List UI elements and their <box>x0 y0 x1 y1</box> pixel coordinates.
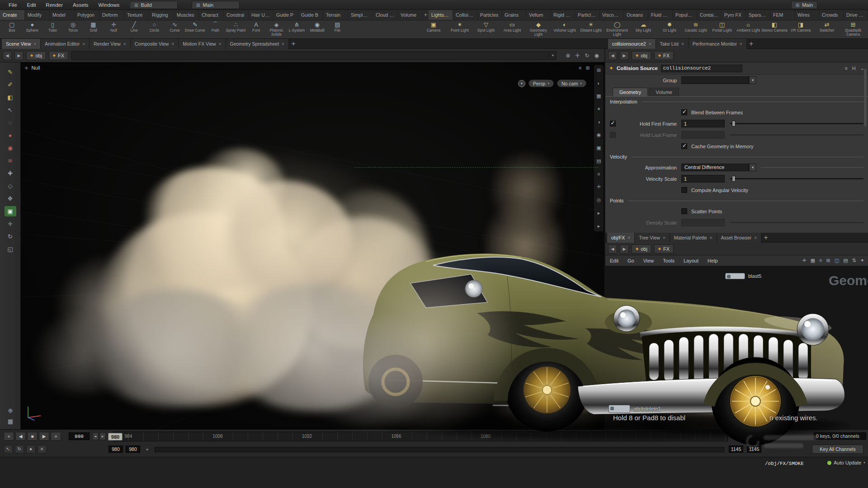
tab-close-icon[interactable]: × <box>740 42 742 47</box>
add-icon[interactable]: ✛ <box>575 52 580 59</box>
shelf-tool[interactable]: ☀ Distant Light <box>578 21 604 38</box>
add-pane-tab-button[interactable]: + <box>289 39 298 48</box>
select-tool-icon[interactable]: ↖ <box>5 105 16 115</box>
add-pane-tab-button[interactable]: + <box>747 39 756 49</box>
shelf-tab[interactable]: Oceans <box>624 10 648 20</box>
houdini-help-badge[interactable]: H <box>852 66 856 71</box>
shelf-tool[interactable]: ◨ VR Camera <box>788 21 814 38</box>
tab-close-icon[interactable]: × <box>710 235 712 240</box>
add-pane-tab-button[interactable]: + <box>761 233 770 242</box>
pose-tool-icon[interactable]: ◇ <box>5 181 16 191</box>
pane-tab[interactable]: Motion FX View × <box>179 39 226 49</box>
shelf-tab[interactable]: Rigid Bodies <box>551 10 575 20</box>
velocity-scale-slider[interactable] <box>730 178 863 179</box>
sort-icon[interactable]: ⇅ <box>852 258 856 263</box>
shelf-tool[interactable]: ○ Circle <box>144 21 165 38</box>
hold-last-frame-input[interactable] <box>681 131 725 139</box>
tab-close-icon[interactable]: × <box>649 42 651 47</box>
stow-left-icon[interactable]: ▸ <box>598 210 600 216</box>
stow-right-icon[interactable]: ▸ <box>598 223 600 229</box>
back-button[interactable]: ◀ <box>608 51 617 60</box>
range-start-input[interactable] <box>108 446 123 453</box>
tab-close-icon[interactable]: × <box>219 42 222 47</box>
shelf-tool[interactable]: A Font <box>246 21 266 38</box>
shelf-tab[interactable]: Drive Sim <box>844 10 868 20</box>
shelf-tab[interactable]: Polygon <box>75 10 99 20</box>
slider-handle[interactable] <box>732 176 736 182</box>
loop-playback-icon[interactable]: ↻ <box>15 445 24 453</box>
pane-tab[interactable]: Tree View × <box>635 233 670 243</box>
shelf-tab[interactable]: Hair Utils <box>249 10 274 20</box>
shelf-tool[interactable]: ⇄ Switcher <box>814 21 840 38</box>
grid-icon[interactable]: ▦ <box>811 258 815 263</box>
pane-tab[interactable]: Render View × <box>90 39 131 49</box>
path-crumb-obj[interactable]: ◆ obj <box>26 51 46 60</box>
realtime-toggle-icon[interactable]: ● <box>26 445 35 453</box>
shelf-tab[interactable]: Populate C <box>673 10 697 20</box>
shelf-tab[interactable]: Lights and <box>429 10 453 20</box>
pane-tab[interactable]: Material Palette × <box>670 233 717 243</box>
shelf-tool[interactable]: ∿ Curve <box>165 21 185 38</box>
scatter-points-checkbox[interactable] <box>681 208 687 214</box>
shelf-tab[interactable]: Guide P <box>274 10 298 20</box>
range-end-input[interactable] <box>729 446 743 453</box>
wireframe-icon[interactable]: ▦ <box>596 93 601 99</box>
compute-angular-velocity-checkbox[interactable] <box>681 187 687 193</box>
network-menu-item[interactable]: Help <box>703 258 722 263</box>
add-shelf-tab-button[interactable]: + <box>423 10 429 20</box>
shelf-tab[interactable]: FEM <box>770 10 795 20</box>
shelf-tool[interactable]: ▯ Tube <box>42 21 63 38</box>
node-body[interactable] <box>725 273 745 279</box>
path-crumb-obj[interactable]: ◆ obj <box>632 244 651 253</box>
stop-button[interactable]: ■ <box>27 432 38 441</box>
menu-item[interactable]: File <box>4 2 22 8</box>
param-folder-tab[interactable]: Volume <box>649 88 679 96</box>
rotate-tool-icon[interactable]: ↻ <box>5 231 16 242</box>
shelf-tab[interactable]: Model <box>50 10 75 20</box>
network-node[interactable]: attribdelete1 <box>609 405 661 413</box>
tab-close-icon[interactable]: × <box>282 42 284 47</box>
shelf-tab[interactable]: Crowds <box>819 10 844 20</box>
shelf-tool[interactable]: ◉ Metaball <box>307 21 327 38</box>
avatar-icon[interactable]: ◉ <box>594 52 599 59</box>
shelf-tool[interactable]: ⌒ Path <box>205 21 226 38</box>
workspace-selector[interactable]: ⊞ Main <box>192 1 240 9</box>
group-input[interactable] <box>681 76 749 84</box>
select-keys-icon[interactable]: ↖ <box>4 445 13 453</box>
node-body[interactable] <box>609 405 630 413</box>
menu-item[interactable]: Render <box>41 2 68 8</box>
tab-close-icon[interactable]: × <box>123 42 126 47</box>
shelf-tool[interactable]: ≋ Caustic Light <box>683 21 709 38</box>
network-menu-item[interactable]: Go <box>623 258 639 263</box>
right-workspace-selector[interactable]: ⊞ Main <box>791 1 817 9</box>
pane-tab[interactable]: Animation Editor × <box>41 39 90 49</box>
shelf-tool[interactable]: ◫ Portal Light <box>709 21 735 38</box>
display-options-icon[interactable]: ⊕ <box>8 407 13 414</box>
sync-icon[interactable]: ↻ <box>585 52 589 59</box>
projection-selector[interactable]: Persp ▾ <box>528 80 554 87</box>
forward-button[interactable]: ▶ <box>14 51 24 60</box>
shelf-tab[interactable]: Modify <box>25 10 50 20</box>
shelf-tab[interactable]: Particle Fl <box>575 10 599 20</box>
shelf-tool[interactable]: ▣ Camera <box>420 21 447 38</box>
lock-camera-icon[interactable]: • <box>518 80 525 87</box>
shelf-tab[interactable]: Viscous Fl <box>599 10 624 20</box>
network-node[interactable]: blast5 <box>725 273 761 279</box>
shelf-tool[interactable]: ◧ Stereo Camera <box>761 21 788 38</box>
forward-button[interactable]: ▶ <box>620 51 629 60</box>
pane-tab[interactable]: Asset Browser × <box>717 233 762 243</box>
brush-tool-icon[interactable]: ✐ <box>5 80 16 90</box>
snapshot-icon[interactable]: ▣ <box>596 145 601 151</box>
playhead[interactable]: 980 <box>108 433 123 441</box>
path-crumb-obj[interactable]: ◆ obj <box>632 51 651 60</box>
tab-close-icon[interactable]: × <box>33 42 36 47</box>
fill-tool-icon[interactable]: ◧ <box>5 92 16 103</box>
camera-selector[interactable]: No cam ▾ <box>557 80 586 87</box>
play-reverse-button[interactable]: ◀ <box>15 432 26 441</box>
forward-button[interactable]: ▶ <box>620 244 629 253</box>
group-list-icon[interactable]: ≡ <box>597 171 600 177</box>
soft-select-icon[interactable]: ● <box>5 130 16 141</box>
go-end-button[interactable]: » <box>51 432 61 441</box>
path-crumb-fx[interactable]: ◆ FX <box>49 51 68 60</box>
shelf-tab[interactable]: Deform <box>99 10 124 20</box>
